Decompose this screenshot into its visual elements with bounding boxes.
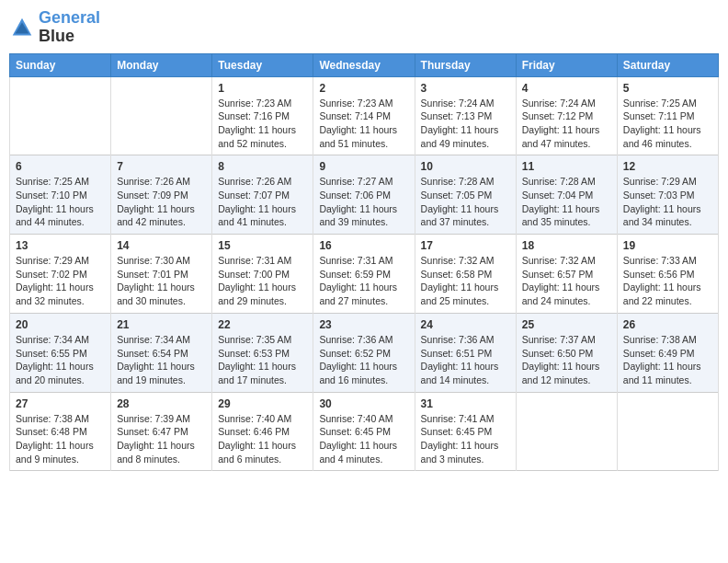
day-header-tuesday: Tuesday [212,53,313,76]
day-number: 31 [421,397,510,410]
day-header-monday: Monday [111,53,212,76]
day-info: Sunrise: 7:33 AM Sunset: 6:56 PM Dayligh… [623,254,712,308]
day-info: Sunrise: 7:24 AM Sunset: 7:12 PM Dayligh… [522,97,611,151]
calendar-cell: 30Sunrise: 7:40 AM Sunset: 6:45 PM Dayli… [313,392,415,471]
day-info: Sunrise: 7:34 AM Sunset: 6:54 PM Dayligh… [117,333,206,387]
day-number: 26 [623,318,712,331]
day-info: Sunrise: 7:31 AM Sunset: 7:00 PM Dayligh… [218,254,307,308]
calendar-cell: 25Sunrise: 7:37 AM Sunset: 6:50 PM Dayli… [516,313,617,392]
day-info: Sunrise: 7:39 AM Sunset: 6:47 PM Dayligh… [117,412,206,466]
calendar-cell [10,76,111,155]
calendar-cell: 29Sunrise: 7:40 AM Sunset: 6:46 PM Dayli… [212,392,313,471]
logo-icon [9,15,35,40]
calendar-cell: 31Sunrise: 7:41 AM Sunset: 6:45 PM Dayli… [415,392,516,471]
calendar-cell: 4Sunrise: 7:24 AM Sunset: 7:12 PM Daylig… [516,76,617,155]
calendar-cell: 23Sunrise: 7:36 AM Sunset: 6:52 PM Dayli… [313,313,415,392]
day-number: 29 [218,397,307,410]
day-info: Sunrise: 7:41 AM Sunset: 6:45 PM Dayligh… [421,412,510,466]
calendar-cell: 8Sunrise: 7:26 AM Sunset: 7:07 PM Daylig… [212,155,313,235]
calendar-cell: 27Sunrise: 7:38 AM Sunset: 6:48 PM Dayli… [10,392,111,471]
day-number: 4 [522,82,611,95]
calendar-cell: 6Sunrise: 7:25 AM Sunset: 7:10 PM Daylig… [10,155,111,235]
day-info: Sunrise: 7:26 AM Sunset: 7:09 PM Dayligh… [117,175,206,229]
day-number: 20 [16,318,105,331]
calendar-cell: 3Sunrise: 7:24 AM Sunset: 7:13 PM Daylig… [415,76,516,155]
day-number: 12 [623,160,712,173]
logo-text: General Blue [39,9,100,46]
calendar-header: SundayMondayTuesdayWednesdayThursdayFrid… [10,53,719,76]
day-info: Sunrise: 7:23 AM Sunset: 7:14 PM Dayligh… [319,97,408,151]
day-number: 30 [319,397,408,410]
calendar-cell: 26Sunrise: 7:38 AM Sunset: 6:49 PM Dayli… [617,313,718,392]
day-number: 19 [623,239,712,252]
day-info: Sunrise: 7:32 AM Sunset: 6:58 PM Dayligh… [421,254,510,308]
calendar-cell [516,392,617,471]
calendar-cell: 22Sunrise: 7:35 AM Sunset: 6:53 PM Dayli… [212,313,313,392]
day-info: Sunrise: 7:38 AM Sunset: 6:48 PM Dayligh… [16,412,105,466]
day-header-sunday: Sunday [10,53,111,76]
calendar-body: 1Sunrise: 7:23 AM Sunset: 7:16 PM Daylig… [10,76,719,471]
day-info: Sunrise: 7:34 AM Sunset: 6:55 PM Dayligh… [16,333,105,387]
day-info: Sunrise: 7:36 AM Sunset: 6:52 PM Dayligh… [319,333,408,387]
day-number: 14 [117,239,206,252]
day-info: Sunrise: 7:30 AM Sunset: 7:01 PM Dayligh… [117,254,206,308]
calendar-cell: 21Sunrise: 7:34 AM Sunset: 6:54 PM Dayli… [111,313,212,392]
calendar-cell: 10Sunrise: 7:28 AM Sunset: 7:05 PM Dayli… [415,155,516,235]
day-number: 6 [16,160,105,173]
day-info: Sunrise: 7:36 AM Sunset: 6:51 PM Dayligh… [421,333,510,387]
calendar-cell: 28Sunrise: 7:39 AM Sunset: 6:47 PM Dayli… [111,392,212,471]
day-number: 13 [16,239,105,252]
day-info: Sunrise: 7:29 AM Sunset: 7:03 PM Dayligh… [623,175,712,229]
calendar-week-2: 6Sunrise: 7:25 AM Sunset: 7:10 PM Daylig… [10,155,719,235]
day-number: 1 [218,82,307,95]
day-info: Sunrise: 7:28 AM Sunset: 7:05 PM Dayligh… [421,175,510,229]
day-info: Sunrise: 7:23 AM Sunset: 7:16 PM Dayligh… [218,97,307,151]
calendar-cell: 24Sunrise: 7:36 AM Sunset: 6:51 PM Dayli… [415,313,516,392]
day-info: Sunrise: 7:40 AM Sunset: 6:45 PM Dayligh… [319,412,408,466]
calendar-cell: 2Sunrise: 7:23 AM Sunset: 7:14 PM Daylig… [313,76,415,155]
day-info: Sunrise: 7:29 AM Sunset: 7:02 PM Dayligh… [16,254,105,308]
calendar-cell: 11Sunrise: 7:28 AM Sunset: 7:04 PM Dayli… [516,155,617,235]
day-number: 28 [117,397,206,410]
calendar-cell: 14Sunrise: 7:30 AM Sunset: 7:01 PM Dayli… [111,235,212,314]
calendar-cell: 18Sunrise: 7:32 AM Sunset: 6:57 PM Dayli… [516,235,617,314]
calendar-cell: 13Sunrise: 7:29 AM Sunset: 7:02 PM Dayli… [10,235,111,314]
day-number: 17 [421,239,510,252]
calendar-week-1: 1Sunrise: 7:23 AM Sunset: 7:16 PM Daylig… [10,76,719,155]
day-number: 2 [319,82,408,95]
day-number: 16 [319,239,408,252]
day-info: Sunrise: 7:40 AM Sunset: 6:46 PM Dayligh… [218,412,307,466]
calendar-cell [617,392,718,471]
day-number: 21 [117,318,206,331]
calendar-cell: 1Sunrise: 7:23 AM Sunset: 7:16 PM Daylig… [212,76,313,155]
calendar-cell: 12Sunrise: 7:29 AM Sunset: 7:03 PM Dayli… [617,155,718,235]
calendar-cell: 15Sunrise: 7:31 AM Sunset: 7:00 PM Dayli… [212,235,313,314]
day-info: Sunrise: 7:25 AM Sunset: 7:10 PM Dayligh… [16,175,105,229]
day-number: 15 [218,239,307,252]
day-number: 22 [218,318,307,331]
day-number: 23 [319,318,408,331]
day-info: Sunrise: 7:24 AM Sunset: 7:13 PM Dayligh… [421,97,510,151]
day-number: 27 [16,397,105,410]
day-number: 9 [319,160,408,173]
logo: General Blue [9,9,100,46]
page-header: General Blue [9,9,719,46]
day-info: Sunrise: 7:31 AM Sunset: 6:59 PM Dayligh… [319,254,408,308]
day-number: 5 [623,82,712,95]
calendar-week-5: 27Sunrise: 7:38 AM Sunset: 6:48 PM Dayli… [10,392,719,471]
day-info: Sunrise: 7:37 AM Sunset: 6:50 PM Dayligh… [522,333,611,387]
day-info: Sunrise: 7:35 AM Sunset: 6:53 PM Dayligh… [218,333,307,387]
day-header-saturday: Saturday [617,53,718,76]
day-header-wednesday: Wednesday [313,53,415,76]
calendar-cell [111,76,212,155]
day-info: Sunrise: 7:25 AM Sunset: 7:11 PM Dayligh… [623,97,712,151]
day-info: Sunrise: 7:38 AM Sunset: 6:49 PM Dayligh… [623,333,712,387]
calendar-week-4: 20Sunrise: 7:34 AM Sunset: 6:55 PM Dayli… [10,313,719,392]
day-number: 24 [421,318,510,331]
day-number: 3 [421,82,510,95]
day-number: 8 [218,160,307,173]
calendar-cell: 9Sunrise: 7:27 AM Sunset: 7:06 PM Daylig… [313,155,415,235]
calendar-week-3: 13Sunrise: 7:29 AM Sunset: 7:02 PM Dayli… [10,235,719,314]
calendar-cell: 17Sunrise: 7:32 AM Sunset: 6:58 PM Dayli… [415,235,516,314]
day-number: 10 [421,160,510,173]
